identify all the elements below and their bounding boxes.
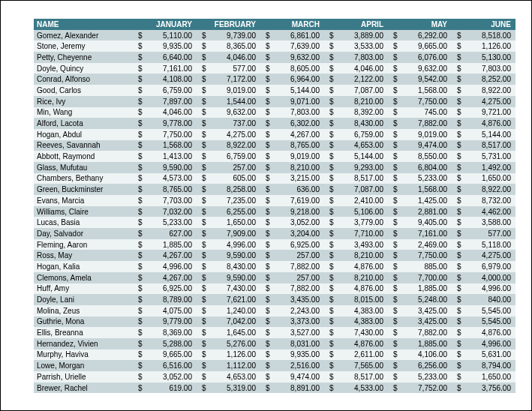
currency-symbol: $ xyxy=(200,317,210,326)
value-cell: $9,019.00 xyxy=(389,130,453,139)
currency-symbol: $ xyxy=(136,274,146,282)
currency-symbol: $ xyxy=(327,208,338,216)
value-cell: $5,118.00 xyxy=(453,241,517,249)
table-row: Murphy, Haviva$9,665.00$1,126.00$9,935.0… xyxy=(34,350,515,361)
name-cell: Glass, Mufutau xyxy=(34,164,134,172)
amount: 5,233.00 xyxy=(401,174,452,182)
value-cell: $4,000.00 xyxy=(453,274,517,282)
amount: 8,517.00 xyxy=(338,373,388,381)
table-row: Hogan, Kalia$4,996.00$8,430.00$7,882.00$… xyxy=(34,261,515,272)
value-cell: $9,071.00 xyxy=(262,98,326,106)
currency-symbol: $ xyxy=(327,64,338,73)
currency-symbol: $ xyxy=(391,328,401,337)
value-cell: $8,922.00 xyxy=(453,86,517,94)
value-cell: $8,369.00 xyxy=(134,328,198,337)
table-row: Gomez, Alexander$5,110.00$9,739.00$6,861… xyxy=(34,30,515,41)
value-cell: $7,042.00 xyxy=(198,317,262,326)
currency-symbol: $ xyxy=(455,75,465,83)
currency-symbol: $ xyxy=(200,174,210,182)
value-cell: $9,665.00 xyxy=(134,350,198,358)
currency-symbol: $ xyxy=(136,384,146,392)
currency-symbol: $ xyxy=(136,307,146,315)
amount: 4,876.00 xyxy=(465,328,515,337)
amount: 8,765.00 xyxy=(274,141,324,149)
table-row: Green, Buckminster$8,765.00$8,258.00$636… xyxy=(34,184,515,195)
value-cell: $9,218.00 xyxy=(262,208,326,216)
value-cell: $9,405.00 xyxy=(389,218,453,226)
value-cell: $1,126.00 xyxy=(198,350,262,358)
value-cell: $4,996.00 xyxy=(198,241,262,249)
value-cell: $8,891.00 xyxy=(262,384,326,392)
table-row: Ellis, Breanna$8,369.00$1,645.00$3,527.0… xyxy=(34,327,515,338)
currency-symbol: $ xyxy=(455,86,465,94)
col-header: APRIL xyxy=(326,20,389,28)
value-cell: $4,653.00 xyxy=(326,141,389,149)
value-cell: $7,909.00 xyxy=(198,230,262,238)
value-cell: $1,413.00 xyxy=(134,152,198,160)
currency-symbol: $ xyxy=(263,230,274,238)
value-cell: $4,075.00 xyxy=(134,307,198,315)
currency-symbol: $ xyxy=(391,185,401,194)
value-cell: $9,293.00 xyxy=(326,164,389,172)
amount: 4,106.00 xyxy=(401,350,452,358)
amount: 1,885.00 xyxy=(146,241,197,249)
currency-symbol: $ xyxy=(263,119,274,128)
value-cell: $3,215.00 xyxy=(262,174,326,182)
value-cell: $9,019.00 xyxy=(198,86,262,94)
currency-symbol: $ xyxy=(327,230,338,238)
currency-symbol: $ xyxy=(327,98,338,106)
currency-symbol: $ xyxy=(391,42,401,50)
value-cell: $4,383.00 xyxy=(326,307,389,315)
value-cell: $1,650.00 xyxy=(453,373,517,381)
value-cell: $7,700.00 xyxy=(389,274,453,282)
value-cell: $577.00 xyxy=(453,230,517,238)
amount: 5,144.00 xyxy=(465,130,515,139)
currency-symbol: $ xyxy=(200,53,210,62)
amount: 3,588.00 xyxy=(465,218,515,226)
amount: 8,789.00 xyxy=(146,296,197,304)
currency-symbol: $ xyxy=(136,208,146,216)
value-cell: $6,925.00 xyxy=(134,284,198,292)
value-cell: $1,650.00 xyxy=(453,174,517,182)
currency-symbol: $ xyxy=(200,196,210,205)
currency-symbol: $ xyxy=(391,86,401,94)
currency-symbol: $ xyxy=(200,328,210,337)
currency-symbol: $ xyxy=(455,362,465,370)
amount: 8,732.00 xyxy=(465,196,515,205)
currency-symbol: $ xyxy=(136,185,146,194)
amount: 6,759.00 xyxy=(146,86,197,94)
name-cell: Good, Carlos xyxy=(34,86,134,94)
value-cell: $737.00 xyxy=(198,119,262,128)
value-cell: $257.00 xyxy=(262,251,326,260)
amount: 7,897.00 xyxy=(146,98,197,106)
currency-symbol: $ xyxy=(327,340,338,348)
amount: 8,891.00 xyxy=(274,384,324,392)
amount: 1,425.00 xyxy=(401,196,452,205)
currency-symbol: $ xyxy=(263,86,274,94)
table-header-row: NAMEJANUARYFEBRUARYMARCHAPRILMAYJUNE xyxy=(34,19,515,30)
value-cell: $8,517.00 xyxy=(326,373,389,381)
amount: 6,076.00 xyxy=(401,53,452,62)
value-cell: $6,255.00 xyxy=(198,208,262,216)
currency-symbol: $ xyxy=(455,350,465,358)
amount: 6,759.00 xyxy=(210,152,260,160)
table-row: Fleming, Aaron$1,885.00$4,996.00$6,925.0… xyxy=(34,239,515,250)
amount: 7,803.00 xyxy=(465,64,515,73)
value-cell: $4,462.00 xyxy=(453,208,517,216)
currency-symbol: $ xyxy=(455,185,465,194)
col-header: MARCH xyxy=(262,20,326,28)
value-cell: $4,876.00 xyxy=(453,328,517,337)
amount: 4,275.00 xyxy=(465,98,515,106)
name-cell: Ross, May xyxy=(34,251,134,260)
currency-symbol: $ xyxy=(136,141,146,149)
amount: 6,804.00 xyxy=(401,164,452,172)
value-cell: $9,590.00 xyxy=(134,164,198,172)
value-cell: $7,710.00 xyxy=(326,230,389,238)
currency-symbol: $ xyxy=(136,362,146,370)
value-cell: $4,275.00 xyxy=(198,130,262,139)
table-row: Day, Salvador$627.00$7,909.00$3,204.00$7… xyxy=(34,228,515,239)
amount: 7,882.00 xyxy=(274,284,324,292)
currency-symbol: $ xyxy=(263,384,274,392)
amount: 8,517.00 xyxy=(338,174,388,182)
currency-symbol: $ xyxy=(200,251,210,260)
